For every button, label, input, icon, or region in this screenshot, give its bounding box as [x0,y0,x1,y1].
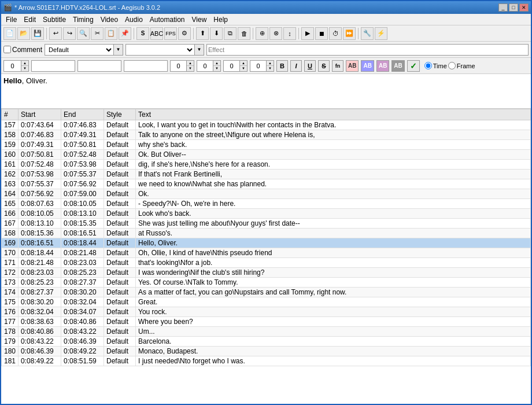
table-row[interactable]: 1790:08:43.220:08:46.39DefaultBarcelona. [2,337,531,347]
layer-up[interactable]: ▲ [187,61,194,66]
table-row[interactable]: 1730:08:25.230:08:27.37DefaultYes. Of co… [2,278,531,288]
open-button[interactable]: 📂 [17,27,30,40]
find-button[interactable]: 🔍 [77,27,90,40]
table-row[interactable]: 1800:08:46.390:08:49.22DefaultMonaco, Bu… [2,347,531,356]
actor-dropdown-btn[interactable]: ▼ [195,44,204,56]
frame-radio[interactable] [448,62,456,69]
join-button[interactable]: ⊕ [256,27,268,40]
line-number-down[interactable]: ▼ [21,66,28,71]
margin-l-input[interactable] [197,60,213,72]
underline-button[interactable]: U [304,60,316,72]
table-row[interactable]: 1710:08:21.480:08:23.03Defaultthat's loo… [2,258,531,268]
col-header-end[interactable]: End [61,109,104,120]
table-row[interactable]: 1590:07:49.310:07:50.81Defaultwhy she's … [2,140,531,150]
margin-v-up[interactable]: ▲ [267,61,274,66]
table-row[interactable]: 1680:08:15.360:08:16.51Defaultat Russo's… [2,229,531,238]
comment-checkbox[interactable] [3,46,11,53]
italic-button[interactable]: I [290,60,302,72]
table-row[interactable]: 1690:08:16.510:08:18.44DefaultHello, Oli… [2,238,531,248]
close-button[interactable]: ✕ [519,3,529,12]
subtitle-table[interactable]: # Start End Style Text 1570:07:43.640:07… [1,109,531,405]
col-header-style[interactable]: Style [104,109,136,120]
table-row[interactable]: 1570:07:43.640:07:46.83DefaultLook, I wa… [2,120,531,130]
table-row[interactable]: 1740:08:27.370:08:30.20DefaultAs a matte… [2,288,531,297]
settings-button[interactable]: 🔧 [361,27,374,40]
layer-input[interactable] [170,60,186,72]
insert-after-button[interactable]: ⬇ [210,27,223,40]
table-row[interactable]: 1650:08:07.630:08:10.05Default- Speedy?\… [2,199,531,209]
table-row[interactable]: 1630:07:55.370:07:56.92Defaultwe need to… [2,179,531,189]
end-time-input[interactable]: 0:08:18.44 [77,60,121,72]
margin-v-input[interactable] [250,60,266,72]
margin-v-down[interactable]: ▼ [267,66,274,71]
undo-button[interactable]: ↩ [49,27,62,40]
line-number-up[interactable]: ▲ [21,61,28,66]
menu-video[interactable]: Video [97,14,121,25]
properties-button[interactable]: ⚙ [178,27,191,40]
table-row[interactable]: 1780:08:40.860:08:43.22DefaultUm... [2,327,531,337]
secondary-color-button[interactable]: AB [361,60,374,72]
copy-button[interactable]: 📋 [105,27,117,40]
redo-button[interactable]: ↪ [63,27,76,40]
duration-input[interactable]: 0:00:01.93 [124,60,168,72]
table-row[interactable]: 1600:07:50.810:07:52.48DefaultOk. But Ol… [2,150,531,160]
table-row[interactable]: 1610:07:52.480:07:53.98Defaultdig, if sh… [2,160,531,170]
start-time-input[interactable]: 0:08:16.51 [31,60,75,72]
menu-subtitle[interactable]: Subtitle [39,14,69,25]
table-row[interactable]: 1670:08:13.100:08:15.35DefaultShe was ju… [2,219,531,229]
table-row[interactable]: 1700:08:18.440:08:21.48DefaultOh, Ollie,… [2,248,531,258]
menu-audio[interactable]: Audio [121,14,146,25]
table-row[interactable]: 1640:07:56.920:07:59.00DefaultOk. [2,189,531,199]
margin-l-down[interactable]: ▼ [213,66,220,71]
strikeout-button[interactable]: S [318,60,330,72]
maximize-button[interactable]: □ [509,3,518,12]
actor-select[interactable] [125,44,195,56]
col-header-start[interactable]: Start [19,109,61,120]
paste-button[interactable]: 📌 [119,27,131,40]
save-button[interactable]: 💾 [31,27,44,40]
split-button[interactable]: ⊗ [269,27,282,40]
table-row[interactable]: 1660:08:10.050:08:13.10DefaultLook who's… [2,209,531,219]
margin-l-up[interactable]: ▲ [213,61,220,66]
table-row[interactable]: 1720:08:23.030:08:25.23DefaultI was wond… [2,268,531,278]
text-editor[interactable]: Hello, Oliver. [1,74,531,109]
style-select[interactable]: Default [45,44,114,56]
table-row[interactable]: 1760:08:32.040:08:34.07DefaultYou rock. [2,307,531,317]
menu-help[interactable]: Help [210,14,231,25]
table-row[interactable]: 1580:07:46.830:07:49.31DefaultTalk to an… [2,130,531,140]
line-number-input[interactable] [3,60,21,72]
table-row[interactable]: 1770:08:38.630:08:40.86DefaultWhere you … [2,317,531,327]
sort-button[interactable]: ↕ [283,27,296,40]
minimize-button[interactable]: _ [498,3,508,12]
primary-color-button[interactable]: AB [346,60,359,72]
reset-button[interactable]: fn [332,60,343,72]
table-row[interactable]: 1620:07:53.980:07:55.37DefaultIf that's … [2,170,531,179]
insert-before-button[interactable]: ⬆ [196,27,209,40]
cut-button[interactable]: ✂ [91,27,104,40]
margin-r-input[interactable] [223,60,239,72]
col-header-num[interactable]: # [2,109,19,120]
automation-button[interactable]: ⚡ [375,27,387,40]
video-play-button[interactable]: ▶ [301,27,314,40]
style-manager-button[interactable]: S [136,27,149,40]
layer-down[interactable]: ▼ [187,66,194,71]
delete-button[interactable]: 🗑 [238,27,250,40]
margin-r-up[interactable]: ▲ [240,61,247,66]
bold-button[interactable]: B [276,60,288,72]
table-row[interactable]: 1810:08:49.220:08:51.59DefaultI just nee… [2,356,531,366]
shadow-color-button[interactable]: AB [391,60,404,72]
new-button[interactable]: 📄 [3,27,16,40]
time-radio[interactable] [424,62,432,69]
table-row[interactable]: 1750:08:30.200:08:32.04DefaultGreat. [2,297,531,307]
menu-timing[interactable]: Timing [69,14,97,25]
shift-times-button[interactable]: ⏩ [343,27,356,40]
menu-file[interactable]: File [2,14,20,25]
margin-r-down[interactable]: ▼ [240,66,247,71]
video-stop-button[interactable]: ⏹ [315,27,328,40]
spellcheck-button[interactable]: ABC [150,27,163,40]
duplicate-button[interactable]: ⧉ [224,27,237,40]
timer-button[interactable]: ⏱ [329,27,342,40]
col-header-text[interactable]: Text [136,109,531,120]
outline-color-button[interactable]: AB [376,60,389,72]
accept-button[interactable]: ✓ [407,60,420,72]
